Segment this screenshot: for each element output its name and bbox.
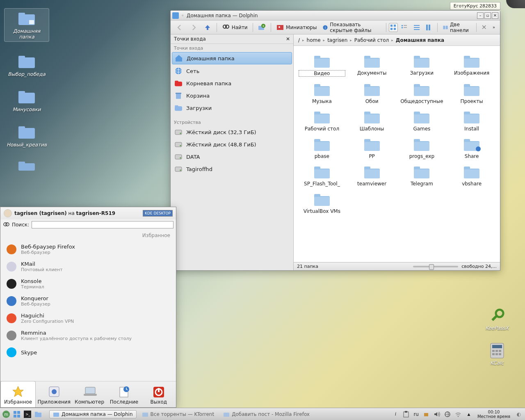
favorite-app-item[interactable]: KMailПочтовый клиент [0,258,176,275]
tray-updates-icon[interactable] [422,410,431,419]
taskbar-task[interactable]: Добавить пост - Mozilla Firefox [219,410,313,418]
place-item[interactable]: Домашняя папка [172,52,292,64]
favorite-app-item[interactable]: KonquerorВеб-браузер [0,292,176,310]
device-item[interactable]: Жёсткий диск (32,3 ГиБ) [171,126,293,138]
kickoff-tab-recent[interactable]: Последние [107,381,141,407]
svg-point-61 [180,170,181,171]
folder-item[interactable]: Изображения [447,52,497,78]
file-grid[interactable]: ВидеоДокументыЗагрузкиИзображенияМузыкаО… [294,46,500,262]
svg-rect-148 [14,415,16,418]
cashew-corner[interactable] [506,0,525,8]
folder-item[interactable]: VirtualBox VMs [297,190,347,216]
tray-wifi-icon[interactable] [454,410,463,419]
panel-cashew-icon[interactable]: ◐ [514,410,523,419]
taskbar-task[interactable]: Домашняя папка — Dolphin [49,410,137,418]
pin-icon[interactable]: ◦ [181,13,184,18]
folder-item[interactable]: SP_Flash_Tool_ [297,162,347,188]
view-compact-button[interactable] [399,23,410,32]
view-details-button[interactable] [411,23,422,32]
favorite-app-item[interactable]: Веб-браузер FirefoxВеб-браузер [0,241,176,258]
place-item[interactable]: Корзина [171,89,293,102]
desktop-icon-folder[interactable]: Минусовки [6,89,47,112]
two-panels-button[interactable]: Две панели [440,21,474,34]
kickoff-tab-power[interactable]: Выход [142,381,176,407]
tray-network-icon[interactable] [443,410,452,419]
folder-item[interactable]: teamviewer [347,162,397,188]
close-button[interactable]: ✕ [492,12,498,19]
folder-item[interactable]: Install [447,107,497,133]
up-button[interactable] [201,22,214,33]
desktop-icon-folder[interactable]: Выбор_победа [6,53,47,77]
breadcrumb-segment[interactable]: tagrisen [326,37,349,44]
folder-item[interactable]: vbshare [447,162,497,188]
folder-item[interactable]: Видео [297,52,347,78]
kickoff-tab-laptop[interactable]: Компьютер [72,381,107,407]
find-button[interactable]: Найти [219,22,250,33]
desktop-icon-folder[interactable] [6,159,47,171]
window-titlebar[interactable]: ◦ Домашняя папка — Dolphin – ▫ ✕ [171,11,500,21]
thumbnails-button[interactable]: Миниатюры [274,22,319,33]
view-columns-button[interactable] [423,23,435,32]
activities-icon[interactable] [12,410,21,419]
terminal-icon[interactable]: >_ [23,410,32,419]
folder-item[interactable]: Обои [347,80,397,106]
folder-item[interactable]: progs_exp [397,135,447,161]
folder-item[interactable]: pbase [297,135,347,161]
kickoff-tab-star[interactable]: Избранное [0,381,36,407]
breadcrumb-segment[interactable]: Домашняя папка [395,37,445,44]
tray-clipboard-icon[interactable] [402,410,411,419]
desktop-icon-keepassx[interactable]: KeePassX [485,308,509,331]
places-close-icon[interactable]: ✕ [286,36,290,42]
desktop-icon-home[interactable]: Домашняя папка [4,8,49,42]
toolbar-overflow[interactable]: » [490,24,498,31]
favorite-app-item[interactable]: HaguichiZero Configuration VPN [0,310,176,327]
folder-item[interactable]: PP [347,135,397,161]
minimize-button[interactable]: – [477,12,484,19]
start-button[interactable]: m [2,410,11,419]
svg-rect-99 [314,139,320,142]
folder-item[interactable]: Telegram [397,162,447,188]
folder-item[interactable]: Документы [347,52,397,78]
folder-item[interactable]: Рабочий стол [297,107,347,133]
breadcrumb-segment[interactable]: Рабочий стол [353,37,390,44]
device-item[interactable]: DATA [171,151,293,163]
tray-lang[interactable]: ru [412,410,420,419]
view-icons-button[interactable] [389,23,398,32]
place-item[interactable]: Загрузки [171,102,293,114]
search-input[interactable] [32,221,173,228]
place-item[interactable]: Сеть [171,65,293,77]
device-item[interactable]: Tagiroffhd [171,163,293,175]
folder-item[interactable]: Шаблоны [347,107,397,133]
icon-label: KCalc [485,360,509,366]
tray-expand-icon[interactable]: ▲ [464,410,473,419]
svg-rect-97 [464,114,479,123]
place-item[interactable]: Корневая папка [171,77,293,89]
breadcrumb-segment[interactable]: home [306,37,322,44]
folder-item[interactable]: Games [397,107,447,133]
svg-point-131 [7,296,16,306]
taskbar-task[interactable]: Все торренты — KTorrent [138,410,218,418]
desktop-icon-kcalc[interactable]: KCalc [485,342,509,366]
favorite-app-item[interactable]: KonsoleТерминал [0,275,176,292]
folder-item[interactable]: Музыка [297,80,347,106]
breadcrumb-segment[interactable]: / [297,37,301,44]
folder-item[interactable]: Share [447,135,497,161]
favorite-app-item[interactable]: Skype [0,344,176,361]
kickoff-tab-apps[interactable]: Приложения [36,381,72,407]
device-item[interactable]: Жёсткий диск (48,8 ГиБ) [171,138,293,151]
desktop-icon-folder[interactable]: Новый_креатив [6,124,47,148]
show-hidden-button[interactable]: iПоказывать скрытые файлы [320,21,383,34]
new-folder-button[interactable]: + [255,22,268,33]
folder-item[interactable]: Загрузки [397,52,447,78]
favorite-app-item[interactable]: RemminaКлиент удалённого доступа к рабоч… [0,327,176,344]
files-icon[interactable] [34,410,43,419]
tray-volume-icon[interactable] [432,410,441,419]
clock[interactable]: 00:10 Местное время [475,410,513,419]
folder-item[interactable]: Общедоступные [397,80,447,106]
folder-item[interactable]: Проекты [447,80,497,106]
zoom-slider[interactable] [413,266,458,267]
maximize-button[interactable]: ▫ [484,12,491,19]
tray-info-icon[interactable]: i [391,410,400,419]
svg-rect-4 [18,56,25,59]
close-tool-button[interactable]: ✕ [479,22,489,32]
